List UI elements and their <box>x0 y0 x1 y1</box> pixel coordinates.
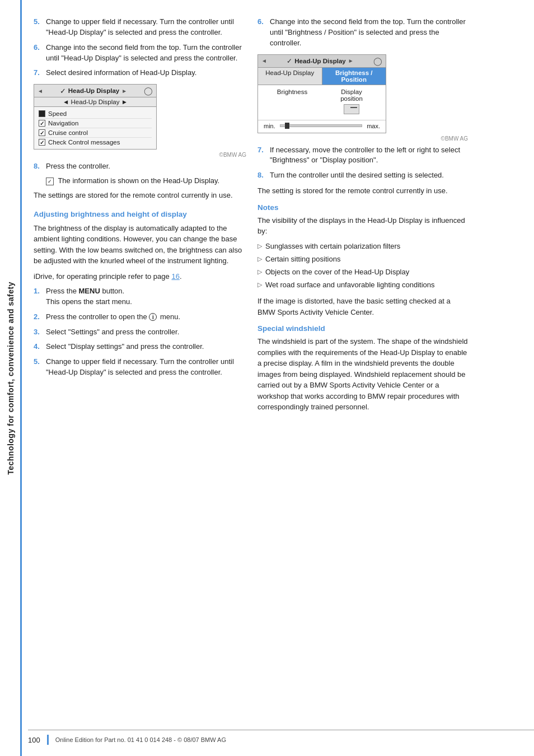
idrive-page-link[interactable]: 16 <box>171 272 179 281</box>
notes-item-3: ▷ Objects on the cover of the Head-Up Di… <box>257 267 470 277</box>
hud-title-center: ✓ Head-Up Display ► <box>43 87 144 95</box>
step-8-right-num: 8. <box>257 170 270 181</box>
hud-title-text: Head-Up Display <box>68 87 119 94</box>
step-6-right-num: 6. <box>257 17 270 49</box>
hud-nav-item: ✓ Navigation <box>39 119 152 128</box>
step-6-top-num: 6. <box>34 43 46 64</box>
step-8-info: ✓ The information is shown on the Head-U… <box>46 176 246 185</box>
para-settings-stored: The settings are stored for the remote c… <box>34 190 246 201</box>
sidebar-label: Technology for comfort, convenience and … <box>6 282 15 475</box>
idrive-reference: iDrive, for operating principle refer to… <box>34 271 246 282</box>
notes-item-3-text: Objects on the cover of the Head-Up Disp… <box>265 267 409 277</box>
step-8-right-text: Turn the controller until the desired se… <box>270 170 470 181</box>
right-column: 6. Change into the second field from the… <box>257 17 470 417</box>
brightness-description: The brightness of the display is automat… <box>34 223 246 267</box>
slider-thumb <box>285 123 289 129</box>
special-windshield-heading: Special windshield <box>257 324 470 333</box>
speed-box-icon <box>39 110 45 117</box>
notes-item-1: ▷ Sunglasses with certain polarization f… <box>257 241 470 251</box>
display-pos-line <box>350 107 357 108</box>
footer: 100 Online Edition for Part no. 01 41 0 … <box>28 730 534 745</box>
hud-settings-right-arrow: ► <box>348 58 354 64</box>
bullet-arrow-2: ▷ <box>257 255 262 263</box>
step-8-info-text: The information is shown on the Head-Up … <box>58 176 219 185</box>
step-6-top-text: Change into the second field from the to… <box>46 43 246 64</box>
notes-heading: Notes <box>257 203 470 212</box>
check-control-checkbox: ✓ <box>39 139 45 146</box>
footer-divider-bar <box>47 735 49 745</box>
hud-settings-title-text: Head-Up Display <box>294 58 345 64</box>
step-7-right-text: If necessary, move the controller to the… <box>270 145 470 166</box>
hud-title-right-arrow: ► <box>121 88 127 94</box>
hud-subtitle-text: ◄ Head-Up Display ► <box>63 99 128 105</box>
brightness-label: Brightness <box>277 88 307 95</box>
step-5-top: 5. Change to upper field if necessary. T… <box>34 17 246 38</box>
setting-stored-para: The setting is stored for the remote con… <box>257 185 470 197</box>
slider-max-label: max. <box>367 123 380 129</box>
slider-track <box>280 124 362 127</box>
step-6-top: 6. Change into the second field from the… <box>34 43 246 64</box>
hud-settings-icon: ✓ <box>287 57 292 65</box>
display-pos-label: Displayposition <box>322 88 381 102</box>
sidebar-bar <box>20 0 22 756</box>
screenshot-caption-1: ©BMW AG <box>34 152 246 158</box>
step-2-bottom: 2. Press the controller to open the i me… <box>34 312 246 323</box>
hud-subtitle: ◄ Head-Up Display ► <box>34 97 156 107</box>
cruise-checkbox: ✓ <box>39 129 45 136</box>
step-7-top-num: 7. <box>34 68 46 78</box>
nav-label: Navigation <box>48 120 78 127</box>
step-8: 8. Press the controller. <box>34 161 246 172</box>
step-7-top-text: Select desired information of Head-Up Di… <box>46 68 246 78</box>
step-4-bottom-num: 4. <box>34 342 46 352</box>
check-info-icon: ✓ <box>46 178 54 185</box>
slider-min-label: min. <box>264 123 275 129</box>
check-control-label: Check Control messages <box>48 139 120 146</box>
notes-item-4: ▷ Wet road surface and unfavorable light… <box>257 280 470 290</box>
step-3-bottom: 3. Select "Settings" and press the contr… <box>34 327 246 338</box>
step-5-top-num: 5. <box>34 17 46 38</box>
step-8-text: Press the controller. <box>46 161 246 172</box>
hud-settings-title-bar: ◄ ✓ Head-Up Display ► ◯ <box>258 55 386 68</box>
step-4-bottom-text: Select "Display settings" and press the … <box>46 342 246 352</box>
hud-settings-box: ◄ ✓ Head-Up Display ► ◯ Head-Up Display … <box>257 54 386 133</box>
bullet-arrow-4: ▷ <box>257 281 262 289</box>
notes-list: ▷ Sunglasses with certain polarization f… <box>257 241 470 291</box>
sidebar: Technology for comfort, convenience and … <box>0 0 21 756</box>
hud-tab-brightness: Brightness / Position <box>322 68 386 85</box>
step-5-bottom: 5. Change to upper field if necessary. T… <box>34 357 246 378</box>
hud-corner: ◯ <box>144 86 153 95</box>
hud-settings-content: Brightness Displayposition <box>258 85 386 120</box>
cruise-label: Cruise control <box>48 129 88 136</box>
step-7-top: 7. Select desired information of Head-Up… <box>34 68 246 78</box>
screenshot-caption-2: ©BMW AG <box>257 136 468 142</box>
step-3-bottom-text: Select "Settings" and press the controll… <box>46 327 246 338</box>
hud-settings-title-center: ✓ Head-Up Display ► <box>267 57 373 65</box>
main-content: 5. Change to upper field if necessary. T… <box>28 0 534 434</box>
speed-label: Speed <box>48 110 67 117</box>
notes-footer-text: If the image is distorted, have the basi… <box>257 296 470 318</box>
step-8-right: 8. Turn the controller until the desired… <box>257 170 470 181</box>
display-pos-indicator <box>344 104 359 114</box>
hud-cruise-item: ✓ Cruise control <box>39 128 152 138</box>
notes-item-4-text: Wet road surface and unfavorable lightin… <box>265 280 435 290</box>
step-8-num: 8. <box>34 161 46 172</box>
step-2-bottom-text: Press the controller to open the i menu. <box>46 312 246 323</box>
hud-display-pos-col: Displayposition <box>322 88 381 116</box>
step-4-bottom: 4. Select "Display settings" and press t… <box>34 342 246 352</box>
hud-tab-display: Head-Up Display <box>258 68 322 85</box>
footer-copyright: Online Edition for Part no. 01 41 0 014 … <box>55 736 226 743</box>
hud-speed-item: Speed <box>39 109 152 119</box>
i-icon: i <box>149 313 157 321</box>
adjusting-section-heading: Adjusting brightness and height of displ… <box>34 210 246 218</box>
special-windshield-text: The windshield is part of the system. Th… <box>257 336 470 413</box>
hud-box-1: ◄ ✓ Head-Up Display ► ◯ ◄ Head-Up Displa… <box>34 84 157 150</box>
notes-item-2-text: Certain sitting positions <box>265 254 340 264</box>
bullet-arrow-1: ▷ <box>257 242 262 250</box>
step-1-bottom-text: Press the MENU button. This opens the st… <box>46 286 246 307</box>
step-2-bottom-num: 2. <box>34 312 46 323</box>
step-6-right-text: Change into the second field from the to… <box>270 17 470 49</box>
left-column: 5. Change to upper field if necessary. T… <box>34 17 246 417</box>
step-5-bottom-num: 5. <box>34 357 46 378</box>
step-1-bottom: 1. Press the MENU button. This opens the… <box>34 286 246 307</box>
bullet-arrow-3: ▷ <box>257 268 262 276</box>
